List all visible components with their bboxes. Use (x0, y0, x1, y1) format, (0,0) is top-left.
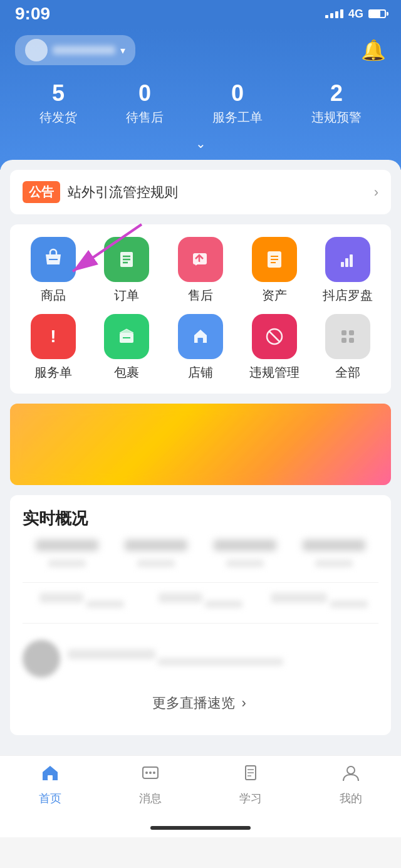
service-icon: ! (31, 314, 76, 359)
chevron-down-icon: ▾ (120, 44, 125, 56)
header: ▾ 🔔 5 待发货 0 待售后 0 服务工单 2 违规预警 ⌄ (0, 28, 401, 170)
assets-label: 资产 (262, 287, 287, 304)
shop-name (53, 46, 115, 55)
stat-num-1: 0 (126, 80, 164, 107)
live-content (68, 649, 378, 668)
svg-rect-25 (341, 338, 346, 343)
menu-item-aftersale[interactable]: 售后 (164, 237, 237, 304)
main-content: 公告 站外引流管控规则 › (0, 160, 401, 755)
profile-icon (341, 763, 361, 788)
parcel-label: 包裹 (114, 364, 139, 381)
goods-label: 商品 (41, 287, 66, 304)
messages-icon (140, 763, 160, 788)
menu-item-store[interactable]: 店铺 (164, 314, 237, 381)
stat-num-0: 5 (39, 80, 77, 107)
more-live-arrow: › (241, 695, 246, 711)
menu-item-all[interactable]: 全部 (311, 314, 385, 381)
svg-rect-24 (349, 330, 354, 335)
divider2 (23, 623, 378, 624)
menu-item-assets[interactable]: 资产 (237, 237, 311, 304)
bottom-nav: 首页 消息 学习 (0, 755, 401, 821)
more-live-text: 更多直播速览 (152, 695, 235, 711)
shop-avatar (25, 39, 48, 61)
realtime-col-3 (200, 540, 289, 570)
signal-icon (325, 9, 343, 18)
more-live-link[interactable]: 更多直播速览 › (23, 684, 378, 723)
compass-icon (325, 237, 370, 282)
svg-rect-26 (349, 338, 354, 343)
nav-home-label: 首页 (39, 791, 61, 806)
nav-messages[interactable]: 消息 (100, 763, 200, 806)
violation-label: 违规管理 (249, 364, 299, 381)
menu-section: 公告 站外引流管控规则 › (10, 170, 391, 394)
all-label: 全部 (335, 364, 360, 381)
svg-rect-23 (341, 330, 346, 335)
menu-item-goods[interactable]: 商品 (16, 237, 90, 304)
live-avatar (23, 640, 60, 677)
realtime-card: 实时概况 (10, 495, 391, 735)
svg-rect-14 (345, 258, 348, 267)
realtime-col-4 (289, 540, 378, 570)
network-label: 4G (348, 8, 363, 21)
learn-icon (241, 763, 261, 788)
status-bar: 9:09 4G (0, 0, 401, 28)
realtime-col-1 (23, 540, 112, 570)
order-icon (104, 237, 149, 282)
nav-profile[interactable]: 我的 (301, 763, 401, 806)
stat-num-2: 0 (212, 80, 263, 107)
bell-icon[interactable]: 🔔 (361, 38, 386, 62)
status-icons: 4G (325, 8, 386, 21)
stat-pending-ship[interactable]: 5 待发货 (39, 80, 77, 126)
svg-point-29 (145, 771, 148, 774)
menu-item-parcel[interactable]: 包裹 (90, 314, 164, 381)
stat-num-3: 2 (311, 80, 362, 107)
menu-item-violation[interactable]: 违规管理 (237, 314, 311, 381)
realtime-col-7 (260, 593, 378, 610)
aftersale-label: 售后 (188, 287, 213, 304)
announcement-text: 站外引流管控规则 (68, 183, 367, 202)
stat-label-0: 待发货 (39, 109, 77, 126)
realtime-col-6 (141, 593, 259, 610)
stats-row: 5 待发货 0 待售后 0 服务工单 2 违规预警 (15, 80, 386, 126)
home-bar (150, 826, 251, 830)
svg-point-30 (149, 771, 152, 774)
realtime-col-2 (112, 540, 200, 570)
nav-learn-label: 学习 (239, 791, 262, 806)
shop-selector[interactable]: ▾ (15, 35, 135, 65)
banner[interactable] (10, 404, 391, 485)
svg-rect-19 (198, 338, 203, 343)
svg-rect-13 (341, 262, 344, 267)
store-icon (178, 314, 223, 359)
stat-pending-after[interactable]: 0 待售后 (126, 80, 164, 126)
stat-violation[interactable]: 2 违规预警 (311, 80, 362, 126)
stat-service-order[interactable]: 0 服务工单 (212, 80, 263, 126)
expand-arrow[interactable]: ⌄ (15, 136, 386, 151)
svg-line-22 (269, 332, 279, 342)
menu-item-service[interactable]: ! 服务单 (16, 314, 90, 381)
home-icon (40, 763, 60, 788)
nav-learn[interactable]: 学习 (200, 763, 301, 806)
aftersale-icon (178, 237, 223, 282)
battery-icon (368, 9, 386, 18)
assets-icon (252, 237, 297, 282)
menu-item-order[interactable]: 订单 (90, 237, 164, 304)
stat-label-3: 违规预警 (311, 109, 362, 126)
goods-icon (31, 237, 76, 282)
order-label: 订单 (114, 287, 139, 304)
announcement-bar[interactable]: 公告 站外引流管控规则 › (10, 170, 391, 214)
divider (23, 582, 378, 583)
nav-profile-label: 我的 (340, 791, 362, 806)
all-icon (325, 314, 370, 359)
announcement-badge: 公告 (23, 181, 60, 203)
violation-icon (252, 314, 297, 359)
compass-label: 抖店罗盘 (323, 287, 373, 304)
menu-grid: 商品 订单 (16, 237, 385, 381)
nav-home[interactable]: 首页 (0, 763, 100, 806)
menu-card: 商品 订单 (10, 224, 391, 394)
announcement-arrow: › (374, 184, 378, 201)
realtime-stats-row1 (23, 540, 378, 570)
service-label: 服务单 (34, 364, 72, 381)
home-indicator (0, 821, 401, 837)
menu-item-compass[interactable]: 抖店罗盘 (311, 237, 385, 304)
stat-label-2: 服务工单 (212, 109, 263, 126)
